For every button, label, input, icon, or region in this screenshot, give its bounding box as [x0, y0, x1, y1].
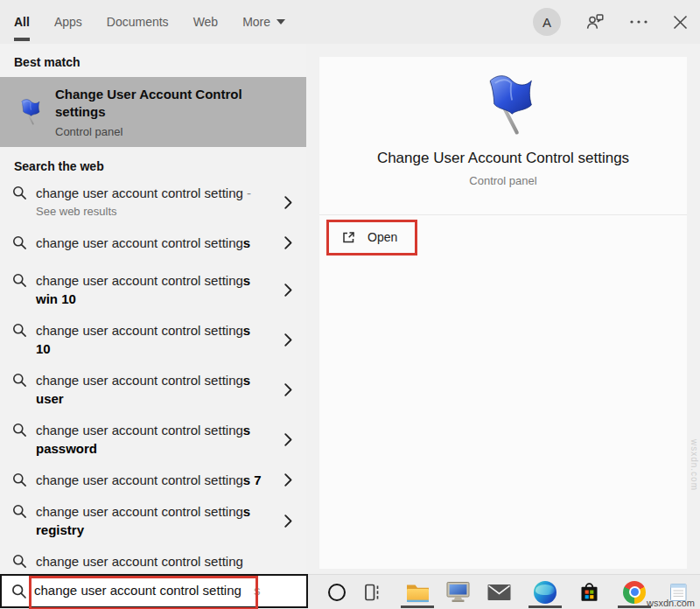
tab-documents[interactable]: Documents — [107, 0, 169, 44]
suggestion-typed: change user account control setting — [36, 186, 243, 200]
chevron-right-icon[interactable] — [284, 514, 292, 528]
chevron-right-icon[interactable] — [284, 333, 292, 346]
mail-icon[interactable] — [487, 584, 511, 600]
search-input[interactable] — [34, 577, 248, 604]
uac-flag-icon — [466, 73, 541, 137]
tab-apps[interactable]: Apps — [54, 0, 82, 44]
chevron-right-icon[interactable] — [284, 236, 292, 249]
this-pc-icon[interactable] — [446, 581, 470, 603]
search-icon — [12, 373, 27, 388]
chevron-right-icon[interactable] — [284, 284, 292, 297]
web-suggestion-row[interactable]: change user account control settings — [0, 234, 306, 252]
suggestion-dash: - — [243, 186, 251, 200]
divider — [319, 214, 687, 215]
web-suggestion-row[interactable]: change user account control settings use… — [0, 371, 306, 408]
see-web-results-label: See web results — [36, 202, 265, 220]
search-icon — [12, 235, 27, 250]
avatar-letter: A — [542, 15, 551, 30]
chrome-icon[interactable] — [623, 581, 646, 604]
running-app-indicator — [528, 606, 562, 608]
running-app-indicator — [401, 606, 434, 608]
tab-all[interactable]: All — [14, 0, 30, 44]
more-options-icon[interactable] — [629, 19, 648, 24]
best-match-result[interactable]: Change User Account Control settings Con… — [0, 77, 306, 147]
filter-tabs: All Apps Documents Web More — [14, 0, 285, 44]
search-header-bar: All Apps Documents Web More A — [0, 0, 700, 45]
best-match-header: Best match — [14, 55, 292, 69]
search-icon — [12, 504, 27, 519]
best-match-subtitle: Control panel — [55, 125, 261, 138]
preview-title: Change User Account Control settings — [319, 150, 687, 167]
web-suggestion-row[interactable]: change user account control settings reg… — [0, 502, 306, 539]
web-suggestion-row[interactable]: change user account control setting — [0, 552, 306, 570]
file-explorer-icon[interactable] — [406, 582, 430, 602]
web-suggestion-row[interactable]: change user account control settings 10 — [0, 321, 306, 358]
search-results-panel: Best match Change User Account Control s… — [0, 44, 306, 574]
suggestion-completion: s — [243, 235, 250, 250]
tab-all-label: All — [14, 15, 30, 29]
open-icon — [341, 230, 356, 245]
store-icon[interactable] — [578, 581, 600, 603]
search-icon — [12, 472, 27, 487]
search-icon — [12, 273, 27, 288]
open-action[interactable]: Open — [341, 225, 397, 249]
preview-panel: Change User Account Control settings Con… — [306, 44, 700, 574]
preview-subtitle: Control panel — [319, 174, 687, 187]
chevron-right-icon[interactable] — [284, 473, 292, 486]
suggestion-completion: s 7 — [243, 472, 262, 487]
feedback-icon[interactable] — [585, 12, 605, 32]
tab-more[interactable]: More — [242, 0, 285, 44]
active-tab-underline — [14, 38, 30, 41]
best-match-title: Change User Account Control settings — [55, 86, 261, 121]
task-view-icon[interactable] — [361, 582, 382, 603]
query-ghost-completion: s — [254, 583, 261, 598]
cortana-icon[interactable] — [327, 583, 346, 602]
taskbar-search-box[interactable]: s — [0, 574, 308, 608]
more-dropdown-icon — [276, 19, 285, 24]
search-icon — [11, 584, 27, 599]
search-icon — [12, 186, 27, 200]
search-icon — [12, 423, 27, 438]
uac-flag-icon — [13, 98, 41, 126]
open-label: Open — [368, 230, 397, 244]
search-icon — [12, 323, 27, 338]
chevron-right-icon[interactable] — [284, 433, 292, 446]
edge-icon[interactable] — [534, 581, 556, 604]
web-suggestion-row[interactable]: change user account control settings pas… — [0, 421, 306, 458]
web-suggestion-row[interactable]: change user account control setting - Se… — [0, 184, 306, 220]
chevron-right-icon[interactable] — [284, 383, 292, 396]
watermark: wsxdn.com — [647, 598, 695, 608]
user-avatar[interactable]: A — [533, 8, 561, 36]
preview-card: Change User Account Control settings Con… — [319, 57, 687, 569]
web-suggestion-row[interactable]: change user account control settings 7 — [0, 471, 306, 489]
search-icon — [12, 554, 27, 569]
web-suggestion-row[interactable]: change user account control settings win… — [0, 271, 306, 308]
tab-web[interactable]: Web — [193, 0, 219, 44]
search-the-web-header: Search the web — [14, 159, 292, 173]
chevron-right-icon[interactable] — [284, 196, 292, 209]
watermark-side: wsxdn.com — [690, 439, 699, 491]
close-icon[interactable] — [673, 15, 688, 30]
